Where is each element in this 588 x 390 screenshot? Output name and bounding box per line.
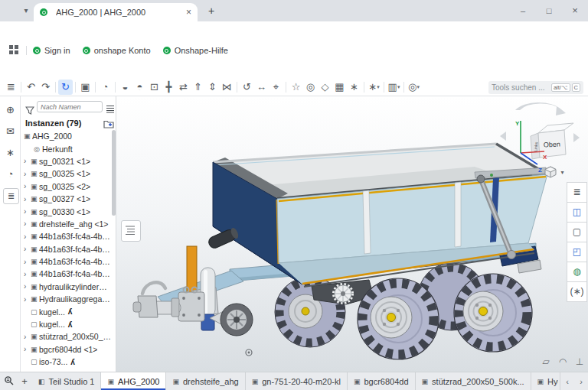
tree-item[interactable]: › ▣ 44b1a63f-fc4a-4bd... — [21, 230, 111, 242]
add-tab-button[interactable]: + — [17, 372, 32, 390]
document-tab[interactable]: ◧ Teil Studio 1 — [32, 372, 101, 390]
tree-item[interactable]: ▢ iso-73... ʎ — [21, 356, 111, 368]
expand-chevron-icon[interactable]: › — [24, 270, 31, 278]
graphics-viewport[interactable]: Oben Links Y X Z ▾ ≣ ◫ ▢ — [116, 96, 588, 372]
redo-icon[interactable]: ↷ — [38, 80, 53, 95]
tab-close-icon[interactable]: × — [186, 7, 191, 18]
animate-icon[interactable]: ∗ — [347, 80, 361, 95]
feature-list-icon[interactable]: ≣ — [4, 80, 18, 95]
tree-item[interactable]: › ▣ sg_00330 <1> — [21, 205, 111, 217]
toolbar-icon[interactable] — [75, 82, 76, 93]
toolbar-icon[interactable] — [115, 82, 116, 93]
settings-panel-button[interactable]: ∗ — [3, 145, 18, 160]
document-tab[interactable]: ▣ stützrad_200x50_500k... — [416, 372, 531, 390]
expand-chevron-icon[interactable]: › — [24, 170, 31, 178]
filter-funnel-icon[interactable] — [25, 104, 34, 118]
tree-item[interactable]: › ▣ sg_00325 <2> — [21, 180, 111, 193]
translate-icon[interactable]: ⇕ — [205, 80, 220, 95]
tab-nav-arrows[interactable]: ‹ › — [560, 372, 588, 390]
document-tab[interactable]: ▣ Hydraulikaggregat_12v... — [531, 372, 558, 390]
tree-item[interactable]: ▣ AHG_2000 — [21, 130, 111, 142]
named-positions-icon[interactable]: ☆ — [289, 80, 303, 95]
tree-item[interactable]: › ▣ sg_00321 <1> — [21, 155, 111, 167]
expand-chevron-icon[interactable]: › — [24, 295, 31, 304]
tree-item[interactable]: › ▣ bgcr6804dd <1> — [21, 343, 111, 356]
section-view-button[interactable]: ◰ — [567, 242, 587, 262]
toolbar-icon[interactable] — [95, 82, 96, 93]
tree-item[interactable]: › ▣ sg_00327 <1> — [21, 193, 111, 205]
named-views-button[interactable]: ◫ — [567, 202, 587, 223]
select-icon[interactable]: ⌖ — [269, 80, 283, 95]
document-tab[interactable]: ▣ AHG_2000 — [101, 372, 166, 390]
tree-item[interactable]: › ▣ Hydraulikaggregat_... — [21, 293, 111, 305]
toolbar-icon[interactable] — [286, 82, 286, 93]
document-tab[interactable]: ▣ drehsteife_ahg — [166, 372, 245, 390]
assembly-features-dropdown[interactable]: ∗▾ — [367, 80, 381, 95]
panel-options-icon[interactable] — [106, 102, 115, 116]
group-icon[interactable]: ╋ — [162, 80, 176, 95]
tree-item[interactable]: › ▣ hydraulikzylinder_d... — [21, 281, 111, 293]
undo-icon[interactable]: ↶ — [24, 80, 38, 95]
mate-connector-icon[interactable]: ◓ — [132, 80, 147, 95]
bom-panel-button[interactable]: ≣ — [567, 182, 587, 203]
expand-chevron-icon[interactable]: › — [24, 232, 31, 241]
expand-chevron-icon[interactable]: › — [24, 245, 31, 253]
configurations-button[interactable]: (∗) — [567, 281, 587, 302]
tree-item[interactable]: › ▣ 44b1a63f-fc4a-4bd... — [21, 243, 111, 255]
toolbar-icon[interactable] — [237, 82, 237, 93]
expand-chevron-icon[interactable]: › — [24, 333, 31, 341]
sphere-select-icon[interactable]: ◎ — [303, 80, 318, 95]
explode-icon[interactable]: ⇄ — [176, 80, 191, 95]
viewport-list-flyout-button[interactable] — [121, 220, 141, 242]
zoom-tools-dropdown[interactable]: ◎▾ — [407, 80, 421, 95]
expand-chevron-icon[interactable]: › — [24, 219, 31, 228]
tree-item[interactable]: › ▣ drehsteife_ahg <1> — [21, 218, 111, 230]
window-close-button[interactable]: × — [562, 0, 588, 21]
tree-item[interactable]: › ▣ sg_00325 <1> — [21, 167, 111, 180]
measure-icon[interactable]: ↔ — [254, 80, 269, 95]
paste-icon[interactable]: ▣ — [78, 80, 93, 95]
tabs-next-icon[interactable]: › — [580, 377, 583, 386]
expand-chevron-icon[interactable]: › — [24, 282, 31, 291]
toolbar-icon[interactable] — [403, 82, 404, 93]
expand-chevron-icon[interactable]: › — [24, 207, 31, 216]
fastened-mate-icon[interactable]: ⊡ — [147, 80, 162, 95]
expand-chevron-icon[interactable]: › — [24, 345, 31, 353]
document-tab[interactable]: ▣ bgcr6804dd — [348, 372, 416, 390]
structure-panel-button[interactable]: ≣ — [3, 188, 19, 204]
display-options-dropdown[interactable]: ▥▾ — [387, 80, 401, 95]
window-minimize-button[interactable]: – — [510, 0, 536, 21]
browser-tab[interactable]: AHG_2000 | AHG_2000 × — [34, 3, 198, 21]
tab-search-icon[interactable] — [0, 372, 17, 390]
mirror-icon[interactable]: ⋈ — [220, 80, 234, 95]
expand-chevron-icon[interactable]: › — [24, 157, 31, 165]
tabs-prev-icon[interactable]: ‹ — [566, 377, 569, 386]
bookmark-item[interactable]: Sign in — [33, 46, 70, 55]
tree-item[interactable]: › ▣ 44b1a63f-fc4a-4bd... — [21, 255, 111, 268]
tree-scrollbar[interactable] — [112, 130, 116, 216]
insert-icon[interactable]: ↻ — [58, 80, 73, 95]
appearance-button[interactable]: ◍ — [567, 262, 587, 282]
expand-chevron-icon[interactable]: › — [24, 258, 31, 266]
tree-item[interactable]: ▢ kugel... ʎ — [21, 318, 111, 330]
angle-measure-icon[interactable]: ◠ — [556, 355, 570, 369]
rotate-icon[interactable]: ↺ — [240, 80, 254, 95]
snapshot-icon[interactable]: ⇑ — [191, 80, 205, 95]
new-tab-button[interactable]: + — [205, 5, 217, 17]
snapshot-tool-icon[interactable]: ▱ — [539, 355, 553, 369]
measure-scale-icon[interactable]: ⊥ — [573, 355, 586, 369]
tree-item[interactable]: › ▣ stützrad_200x50_5... — [21, 330, 111, 343]
mate-icon[interactable]: ◒ — [118, 80, 132, 95]
view-options-button[interactable]: ▾ — [544, 165, 574, 180]
insert-panel-button[interactable]: ⊕ — [3, 102, 18, 117]
comments-panel-button[interactable]: ✉ — [3, 124, 18, 138]
name-filter-input[interactable] — [37, 101, 103, 112]
history-panel-button[interactable]: ◔ — [3, 167, 18, 181]
toolbar-icon[interactable] — [364, 82, 364, 93]
tree-item[interactable]: ◎ Herkunft — [21, 142, 111, 154]
toolbar-icon[interactable] — [55, 82, 56, 93]
window-maximize-button[interactable]: □ — [536, 0, 562, 21]
expand-chevron-icon[interactable]: › — [24, 182, 31, 190]
pattern-icon[interactable]: ▦ — [332, 80, 347, 95]
tree-item[interactable]: › ▣ 44b1a63f-fc4a-4bd... — [21, 268, 111, 280]
